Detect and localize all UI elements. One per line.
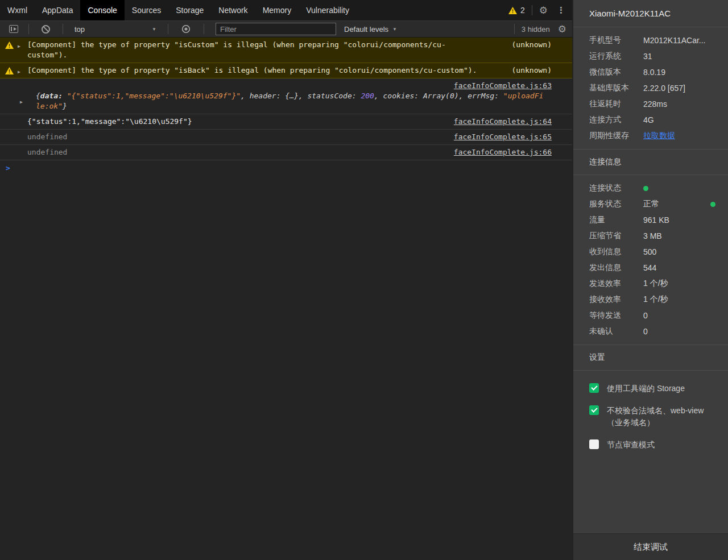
- source-link[interactable]: faceInfoComplete.js:65: [454, 132, 552, 141]
- tab-appdata[interactable]: AppData: [35, 0, 80, 20]
- info-label: 接收效率: [589, 294, 643, 305]
- info-value: 2.22.0 [657]: [643, 84, 685, 93]
- info-label: 未确认: [589, 326, 643, 337]
- info-label: 手机型号: [589, 35, 643, 45]
- show-sidebar-icon[interactable]: [9, 25, 18, 33]
- console-warning-row: ▶ [Component] the type of property "isCu…: [0, 38, 572, 63]
- info-value: 544: [643, 263, 656, 272]
- tab-label: AppData: [42, 6, 73, 15]
- console-messages: ▶ [Component] the type of property "isCu…: [0, 38, 572, 560]
- info-row-messages-received: 收到信息 500: [573, 244, 728, 260]
- object-preview: {data: "{"status":1,"message":"\u6210\u5…: [36, 91, 545, 111]
- info-label: 收到信息: [589, 247, 643, 257]
- clear-console-icon[interactable]: [42, 25, 50, 34]
- preview-string: "{"status":1,"message":"\u6210\u529f"}": [67, 92, 241, 100]
- source-link[interactable]: faceInfoComplete.js:66: [454, 148, 552, 156]
- preview-key: data:: [40, 92, 67, 100]
- setting-node-inspect-mode[interactable]: 节点审查模式: [573, 434, 728, 456]
- hidden-messages-count: 3 hidden: [522, 25, 550, 34]
- panel-spacer: [573, 463, 728, 533]
- divider: [514, 24, 515, 34]
- warnings-badge[interactable]: 2: [508, 6, 525, 15]
- setting-label: 使用工具端的 Storage: [607, 383, 685, 395]
- warning-triangle-icon: [5, 42, 14, 49]
- info-row-roundtrip: 往返耗时 228ms: [573, 96, 728, 112]
- tab-vulnerability[interactable]: Vulnerability: [299, 0, 357, 20]
- info-value: 正常: [643, 199, 659, 209]
- console-settings-gear-icon[interactable]: ⚙: [558, 24, 566, 34]
- settings-section: 使用工具端的 Storage 不校验合法域名、web-view（业务域名） 节点…: [573, 371, 728, 463]
- log-levels-select[interactable]: Default levels ▼: [341, 25, 400, 34]
- live-expression-eye-icon[interactable]: [181, 25, 191, 33]
- divider: [63, 24, 63, 34]
- divider: [28, 24, 29, 34]
- settings-gear-icon[interactable]: ⚙: [539, 6, 548, 15]
- info-row-pending-send: 等待发送 0: [573, 308, 728, 323]
- info-label: 压缩节省: [589, 231, 643, 241]
- chevron-down-icon: ▼: [152, 27, 156, 32]
- warning-triangle-icon: [508, 7, 517, 14]
- setting-skip-domain-check[interactable]: 不校验合法域名、web-view（业务域名）: [573, 400, 728, 434]
- warning-source: (unknown): [500, 40, 552, 50]
- expand-arrow-icon[interactable]: ▶: [18, 67, 20, 77]
- checkbox-unchecked-icon[interactable]: [589, 439, 599, 449]
- info-label: 微信版本: [589, 67, 643, 77]
- settings-section-title: 设置: [573, 345, 728, 371]
- devtools-tabbar: Wxml AppData Console Sources Storage Net…: [0, 0, 572, 20]
- devtools-pane: Wxml AppData Console Sources Storage Net…: [0, 0, 572, 560]
- warning-message: [Component] the type of property "isCust…: [27, 40, 482, 60]
- device-info-section: 手机型号 M2012K11ACar... 运行系统 31 微信版本 8.0.19…: [573, 27, 728, 150]
- info-row-os: 运行系统 31: [573, 48, 728, 64]
- divider: [204, 24, 204, 34]
- preview-brace: {: [36, 92, 40, 100]
- console-prompt[interactable]: >: [0, 160, 572, 176]
- tab-sources[interactable]: Sources: [125, 0, 168, 20]
- info-label: 发送效率: [589, 279, 643, 289]
- console-warning-row: ▶ [Component] the type of property "isBa…: [0, 63, 572, 78]
- expand-arrow-icon[interactable]: ▶: [18, 42, 20, 52]
- info-label: 连接方式: [589, 115, 643, 125]
- filter-input[interactable]: [216, 23, 336, 35]
- warning-source: (unknown): [500, 65, 552, 76]
- tab-wxml[interactable]: Wxml: [0, 0, 35, 20]
- source-link[interactable]: faceInfoComplete.js:63: [454, 81, 552, 90]
- tab-network[interactable]: Network: [211, 0, 255, 20]
- warning-count: 2: [520, 6, 525, 15]
- expand-arrow-icon[interactable]: ▶: [20, 97, 23, 107]
- end-debug-button[interactable]: 结束调试: [573, 533, 728, 560]
- info-value: 1 个/秒: [643, 294, 668, 305]
- info-label: 运行系统: [589, 51, 643, 61]
- info-label: 等待发送: [589, 310, 643, 321]
- remote-device-panel: Xiaomi-M2012K11AC 手机型号 M2012K11ACar... 运…: [572, 0, 728, 560]
- checkbox-checked-icon[interactable]: [589, 383, 599, 393]
- info-row-wechat-version: 微信版本 8.0.19: [573, 64, 728, 80]
- execution-context-select[interactable]: top ▼: [70, 25, 161, 34]
- checkbox-checked-icon[interactable]: [589, 405, 599, 415]
- info-value: 0: [643, 311, 648, 320]
- fetch-data-link[interactable]: 拉取数据: [643, 131, 675, 141]
- log-message: {"status":1,"message":"\u6210\u529f"}: [27, 117, 192, 127]
- info-label: 发出信息: [589, 263, 643, 273]
- device-title: Xiaomi-M2012K11AC: [573, 0, 728, 27]
- info-label: 往返耗时: [589, 99, 643, 109]
- source-link[interactable]: faceInfoComplete.js:64: [454, 117, 552, 126]
- warning-triangle-icon: [5, 67, 14, 74]
- tab-label: Wxml: [7, 6, 27, 15]
- tab-memory[interactable]: Memory: [255, 0, 299, 20]
- connection-section-title: 连接信息: [573, 150, 728, 175]
- info-row-messages-sent: 发出信息 544: [573, 260, 728, 276]
- tab-console[interactable]: Console: [80, 0, 124, 20]
- console-log-row: undefined faceInfoComplete.js:66: [0, 145, 572, 160]
- setting-use-tool-storage[interactable]: 使用工具端的 Storage: [573, 378, 728, 400]
- info-row-connection-type: 连接方式 4G: [573, 112, 728, 128]
- info-label: 周期性缓存: [589, 131, 643, 141]
- tab-label: Network: [218, 6, 247, 15]
- tab-storage[interactable]: Storage: [168, 0, 211, 20]
- info-label: 服务状态: [589, 199, 643, 209]
- prompt-chevron-icon: >: [6, 163, 10, 173]
- info-row-send-rate: 发送效率 1 个/秒: [573, 276, 728, 292]
- kebab-menu-icon[interactable]: ⋮: [557, 5, 565, 15]
- levels-value: Default levels: [344, 25, 388, 34]
- console-log-row: {"status":1,"message":"\u6210\u529f"} fa…: [0, 114, 572, 130]
- info-value: 4G: [643, 115, 654, 125]
